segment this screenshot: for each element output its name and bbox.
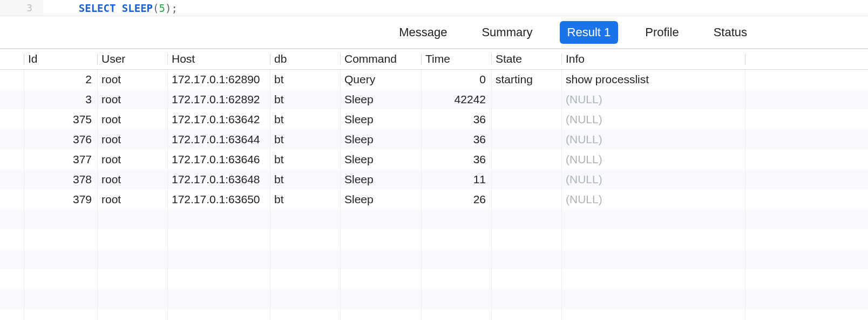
- row-handle[interactable]: [0, 89, 24, 109]
- cell-info[interactable]: (NULL): [561, 189, 745, 209]
- col-header-state[interactable]: State: [491, 49, 561, 69]
- cell-id[interactable]: 377: [24, 149, 97, 169]
- cell-host[interactable]: 172.17.0.1:63650: [167, 189, 270, 209]
- sql-editor-line[interactable]: 3 SELECT SLEEP(5);: [0, 0, 868, 16]
- cell-db[interactable]: bt: [270, 129, 340, 149]
- cell-time[interactable]: 36: [421, 149, 491, 169]
- cell-state[interactable]: [491, 149, 561, 169]
- col-header-user[interactable]: User: [97, 49, 167, 69]
- cell-info[interactable]: (NULL): [561, 109, 745, 129]
- cell-user[interactable]: root: [97, 189, 167, 209]
- cell-command[interactable]: Sleep: [340, 149, 421, 169]
- cell-command[interactable]: Sleep: [340, 169, 421, 189]
- cell-user[interactable]: root: [97, 129, 167, 149]
- cell-extra[interactable]: [745, 69, 868, 89]
- cell-id[interactable]: 379: [24, 189, 97, 209]
- cell-user[interactable]: root: [97, 69, 167, 89]
- col-header-db[interactable]: db: [270, 49, 340, 69]
- cell-info[interactable]: (NULL): [561, 169, 745, 189]
- cell-time[interactable]: 36: [421, 109, 491, 129]
- cell-time[interactable]: 0: [421, 69, 491, 89]
- cell-host[interactable]: 172.17.0.1:62890: [167, 69, 270, 89]
- cell-host[interactable]: 172.17.0.1:62892: [167, 89, 270, 109]
- cell-state[interactable]: [491, 189, 561, 209]
- empty-cell: [0, 209, 24, 229]
- row-handle[interactable]: [0, 109, 24, 129]
- cell-user[interactable]: root: [97, 169, 167, 189]
- cell-id[interactable]: 375: [24, 109, 97, 129]
- cell-time[interactable]: 11: [421, 169, 491, 189]
- empty-cell: [491, 269, 561, 289]
- cell-state[interactable]: [491, 169, 561, 189]
- tab-profile[interactable]: Profile: [638, 21, 686, 44]
- cell-host[interactable]: 172.17.0.1:63646: [167, 149, 270, 169]
- table-row[interactable]: 3root172.17.0.1:62892btSleep42242(NULL): [0, 89, 868, 109]
- sql-code[interactable]: SELECT SLEEP(5);: [43, 0, 178, 26]
- cell-host[interactable]: 172.17.0.1:63642: [167, 109, 270, 129]
- cell-extra[interactable]: [745, 149, 868, 169]
- cell-state[interactable]: starting: [491, 69, 561, 89]
- col-header-id[interactable]: Id: [24, 49, 97, 69]
- tab-status[interactable]: Status: [706, 21, 755, 44]
- cell-command[interactable]: Sleep: [340, 129, 421, 149]
- table-row[interactable]: 2root172.17.0.1:62890btQuery0startingsho…: [0, 69, 868, 89]
- row-handle[interactable]: [0, 149, 24, 169]
- cell-time[interactable]: 26: [421, 189, 491, 209]
- cell-command[interactable]: Sleep: [340, 109, 421, 129]
- cell-id[interactable]: 376: [24, 129, 97, 149]
- row-handle[interactable]: [0, 129, 24, 149]
- empty-cell: [270, 269, 340, 289]
- cell-extra[interactable]: [745, 89, 868, 109]
- cell-db[interactable]: bt: [270, 109, 340, 129]
- row-handle[interactable]: [0, 189, 24, 209]
- cell-info[interactable]: (NULL): [561, 149, 745, 169]
- cell-db[interactable]: bt: [270, 149, 340, 169]
- cell-host[interactable]: 172.17.0.1:63644: [167, 129, 270, 149]
- cell-command[interactable]: Query: [340, 69, 421, 89]
- cell-info[interactable]: (NULL): [561, 89, 745, 109]
- empty-cell: [0, 309, 24, 320]
- empty-cell: [0, 289, 24, 309]
- table-row[interactable]: 376root172.17.0.1:63644btSleep36(NULL): [0, 129, 868, 149]
- cell-command[interactable]: Sleep: [340, 89, 421, 109]
- cell-command[interactable]: Sleep: [340, 189, 421, 209]
- cell-extra[interactable]: [745, 129, 868, 149]
- cell-time[interactable]: 36: [421, 129, 491, 149]
- cell-db[interactable]: bt: [270, 69, 340, 89]
- cell-extra[interactable]: [745, 109, 868, 129]
- col-header-time[interactable]: Time: [421, 49, 491, 69]
- tab-message[interactable]: Message: [391, 21, 455, 44]
- empty-cell: [97, 269, 167, 289]
- cell-state[interactable]: [491, 109, 561, 129]
- cell-extra[interactable]: [745, 189, 868, 209]
- cell-state[interactable]: [491, 129, 561, 149]
- col-header-command[interactable]: Command: [340, 49, 421, 69]
- col-header-info[interactable]: Info: [561, 49, 745, 69]
- row-handle[interactable]: [0, 169, 24, 189]
- col-header-host[interactable]: Host: [167, 49, 270, 69]
- cell-info[interactable]: (NULL): [561, 129, 745, 149]
- tab-result-1[interactable]: Result 1: [560, 21, 619, 44]
- empty-cell: [745, 209, 868, 229]
- cell-state[interactable]: [491, 89, 561, 109]
- cell-db[interactable]: bt: [270, 189, 340, 209]
- table-row[interactable]: 378root172.17.0.1:63648btSleep11(NULL): [0, 169, 868, 189]
- cell-time[interactable]: 42242: [421, 89, 491, 109]
- cell-id[interactable]: 378: [24, 169, 97, 189]
- table-row[interactable]: 379root172.17.0.1:63650btSleep26(NULL): [0, 189, 868, 209]
- empty-cell: [340, 249, 421, 269]
- tab-summary[interactable]: Summary: [474, 21, 540, 44]
- cell-extra[interactable]: [745, 169, 868, 189]
- cell-host[interactable]: 172.17.0.1:63648: [167, 169, 270, 189]
- cell-id[interactable]: 3: [24, 89, 97, 109]
- cell-user[interactable]: root: [97, 109, 167, 129]
- cell-db[interactable]: bt: [270, 169, 340, 189]
- cell-db[interactable]: bt: [270, 89, 340, 109]
- cell-user[interactable]: root: [97, 149, 167, 169]
- table-row[interactable]: 375root172.17.0.1:63642btSleep36(NULL): [0, 109, 868, 129]
- cell-info[interactable]: show processlist: [561, 69, 745, 89]
- cell-user[interactable]: root: [97, 89, 167, 109]
- table-row[interactable]: 377root172.17.0.1:63646btSleep36(NULL): [0, 149, 868, 169]
- cell-id[interactable]: 2: [24, 69, 97, 89]
- row-handle[interactable]: [0, 69, 24, 89]
